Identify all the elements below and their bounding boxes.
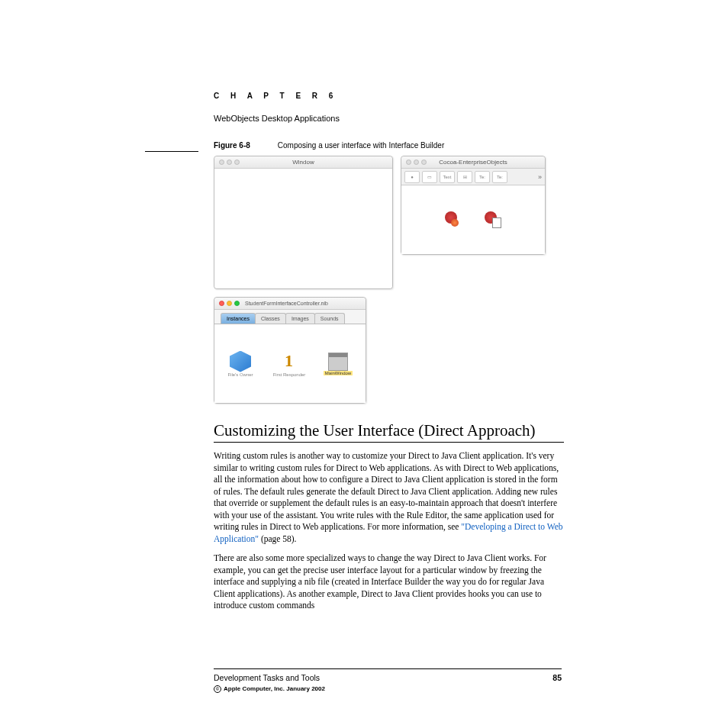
palette-title: Cocoa-EnterpriseObjects xyxy=(401,159,545,166)
nib-tabs: Instances Classes Images Sounds xyxy=(214,310,366,324)
body-paragraph-1: Writing custom rules is another way to c… xyxy=(214,450,564,545)
window-title: Window xyxy=(214,159,392,166)
responder-icon xyxy=(280,351,298,372)
tab-instances: Instances xyxy=(221,313,256,324)
tab-classes: Classes xyxy=(255,313,286,324)
body-paragraph-2: There are also some more specialized way… xyxy=(214,552,564,612)
window-icon xyxy=(328,353,348,371)
palette-button: Text xyxy=(440,171,455,183)
palette-button: Te: xyxy=(492,171,507,183)
figure-label: Figure 6-8 xyxy=(214,141,250,150)
cube-icon xyxy=(230,351,251,372)
ib-design-window: Window xyxy=(214,156,393,289)
eo-doc-icon xyxy=(485,211,501,228)
page-footer: Development Tasks and Tools 85 xyxy=(214,668,562,682)
palette-button: ⊞ xyxy=(457,171,472,183)
nib-title: StudentFormInterfaceController.nib xyxy=(245,301,366,306)
figure-caption: Composing a user interface with Interfac… xyxy=(278,141,444,150)
page-number: 85 xyxy=(552,673,562,682)
ib-nib-window: StudentFormInterfaceController.nib Insta… xyxy=(214,297,366,404)
palette-button: ▭ xyxy=(422,171,437,183)
section-heading: Customizing the User Interface (Direct A… xyxy=(214,421,564,443)
traffic-lights xyxy=(219,301,240,306)
nib-main-window: MainWindow xyxy=(321,353,355,375)
nib-first-responder: First Responder xyxy=(272,351,306,377)
tab-images: Images xyxy=(285,313,315,324)
palette-button: ● xyxy=(404,171,420,183)
chapter-title: WebObjects Desktop Applications xyxy=(214,114,564,123)
eo-icon xyxy=(445,211,462,228)
chapter-label: C H A P T E R 6 xyxy=(214,92,564,100)
figure-caption-row: Figure 6-8 Composing a user interface wi… xyxy=(145,141,564,150)
tab-sounds: Sounds xyxy=(314,313,345,324)
footer-section: Development Tasks and Tools xyxy=(214,673,320,682)
nib-files-owner: File's Owner xyxy=(224,351,257,377)
copyright: Apple Computer, Inc. January 2002 xyxy=(214,685,325,693)
palette-toolbar: ● ▭ Text ⊞ Te: Te: » xyxy=(401,169,545,185)
palette-button: Te: xyxy=(475,171,490,183)
palette-more: » xyxy=(538,173,542,181)
ib-palette-window: Cocoa-EnterpriseObjects ● ▭ Text ⊞ Te: T… xyxy=(401,156,546,255)
figure-image: Window Cocoa-EnterpriseObjects ● ▭ Text … xyxy=(214,156,549,407)
